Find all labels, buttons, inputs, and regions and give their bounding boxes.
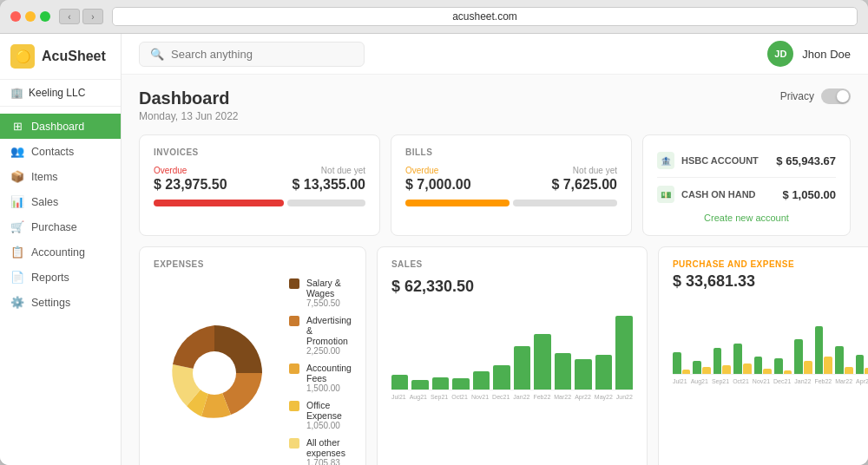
accounts-card: 🏦 HSBC ACCOUNT $ 65,943.67 💵 CASH ON HAN… [642,134,851,236]
purchase-label: Jul21 [673,378,687,384]
invoices-amounts: Overdue $ 23,975.50 Not due yet $ 13,355… [154,166,365,193]
sales-label: Apr22 [575,394,591,400]
sidebar-item-purchase[interactable]: 🛒 Purchase [0,214,121,239]
purchase-bar-group [794,339,812,374]
sidebar-item-accounting[interactable]: 📋 Accounting [0,239,121,265]
app-container: 🟡 AcuSheet 🏢 Keeling LLC ⊞ Dashboard 👥 C… [0,34,868,465]
url-bar[interactable]: acusheet.com [112,7,858,26]
sales-bar [452,378,470,390]
purchase-label: Aug21 [691,378,708,384]
legend-item-office: Office Expense 1,050.00 [289,400,352,430]
sidebar: 🟡 AcuSheet 🏢 Keeling LLC ⊞ Dashboard 👥 C… [0,34,122,465]
bills-bar-overdue [405,200,510,206]
legend-text-other: All other expenses 1,705.83 [306,437,352,465]
sales-chart-labels: Jul21Aug21Sep21Oct21Nov21Dec21Jan22Feb22… [391,394,633,400]
privacy-switch[interactable] [821,88,851,104]
invoices-overdue: Overdue $ 23,975.50 [154,166,227,193]
sidebar-item-reports[interactable]: 📄 Reports [0,265,121,290]
sidebar-item-dashboard[interactable]: ⊞ Dashboard [0,114,121,139]
invoices-notdue: Not due yet $ 13,355.00 [292,166,365,193]
purchase-label: Apr22 [856,378,868,384]
search-box[interactable]: 🔍 [139,42,365,67]
sales-label: Jan22 [513,394,529,400]
toggle-knob [837,90,849,102]
sales-bar [432,377,450,390]
purchase-card: PURCHASE AND EXPENSE $ 33,681.33 Jul21Au… [658,246,868,465]
bills-amounts: Overdue $ 7,000.00 Not due yet $ 7,625.0… [405,166,617,193]
maximize-button[interactable] [40,11,50,22]
search-icon: 🔍 [150,48,164,61]
purchase-bar-green [754,357,763,374]
legend-color-office [289,401,299,411]
privacy-toggle: Privacy [780,88,851,104]
hsbc-amount: $ 65,943.67 [776,154,836,167]
sidebar-item-contacts[interactable]: 👥 Contacts [0,139,121,164]
sales-label: Jul21 [391,394,406,400]
purchase-bar-group [856,355,868,374]
bills-notdue-label: Not due yet [551,166,617,175]
purchase-bar-yellow [784,370,792,374]
bills-title: BILLS [405,147,617,157]
legend-text-advertising: Advertising & Promotion 2,250.00 [306,315,352,356]
purchase-bar-group [693,361,710,374]
company-selector[interactable]: 🏢 Keeling LLC [0,80,121,107]
bottom-row: EXPENSES [139,246,851,465]
bills-overdue-amount: $ 7,000.00 [405,177,471,193]
purchase-bar-group [673,352,690,374]
expenses-content: Salary & Wages 7,550.50 Advertising & Pr… [154,278,352,465]
sales-bar [411,380,429,390]
purchase-label: Nov21 [753,378,770,384]
sales-label: Jun22 [616,394,633,400]
purchase-bar-yellow [804,361,812,374]
company-name: Keeling LLC [29,87,85,99]
sales-bar [595,355,613,390]
browser-nav-buttons: ‹ › [59,9,103,24]
legend-item-advertising: Advertising & Promotion 2,250.00 [289,315,352,356]
avatar: JD [767,41,793,67]
search-input[interactable] [171,48,353,61]
legend-text-salary: Salary & Wages 7,550.50 [306,278,352,308]
sidebar-item-sales[interactable]: 📊 Sales [0,189,121,214]
legend-item-salary: Salary & Wages 7,550.50 [289,278,352,308]
purchase-label: Oct21 [733,378,749,384]
legend-color-salary [289,278,299,289]
hsbc-icon: 🏦 [657,152,674,169]
hsbc-name: HSBC ACCOUNT [681,155,759,166]
reports-icon: 📄 [10,271,24,284]
purchase-bar-yellow [743,363,752,374]
forward-button[interactable]: › [82,9,103,24]
invoices-overdue-amount: $ 23,975.50 [154,177,227,193]
contacts-icon: 👥 [10,145,24,158]
minimize-button[interactable] [25,11,36,22]
purchase-bar-green [856,355,865,374]
cash-info: 💵 CASH ON HAND [657,186,756,203]
legend-color-other [289,438,299,449]
close-button[interactable] [10,11,21,22]
back-button[interactable]: ‹ [59,9,80,24]
purchase-bar-green [673,352,681,374]
legend-color-advertising [289,316,299,326]
sidebar-item-items[interactable]: 📦 Items [0,164,121,189]
purchase-label: Sep21 [712,378,729,384]
purchase-bar-yellow [845,367,853,374]
create-account-link[interactable]: Create new account [657,207,836,223]
dashboard-header: Dashboard Monday, 13 Jun 2022 Privacy [139,88,851,122]
account-divider [657,177,836,178]
purchase-bar-group [835,346,852,374]
purchase-bar-green [794,339,803,374]
purchase-chart [673,305,868,375]
items-icon: 📦 [10,170,24,183]
purchase-bar-green [733,344,742,374]
hsbc-account-row: 🏦 HSBC ACCOUNT $ 65,943.67 [657,147,836,174]
purchase-bar-group [733,344,751,374]
sales-bar [473,371,490,390]
page-title: Dashboard [139,88,239,108]
bills-overdue-label: Overdue [405,166,471,175]
privacy-label: Privacy [780,90,814,102]
purchase-bar-yellow [682,370,691,374]
sidebar-item-settings[interactable]: ⚙️ Settings [0,290,121,315]
sales-label: Mar22 [554,394,571,400]
sales-icon: 📊 [10,195,24,208]
sales-title: SALES [391,259,633,269]
hsbc-info: 🏦 HSBC ACCOUNT [657,152,759,169]
